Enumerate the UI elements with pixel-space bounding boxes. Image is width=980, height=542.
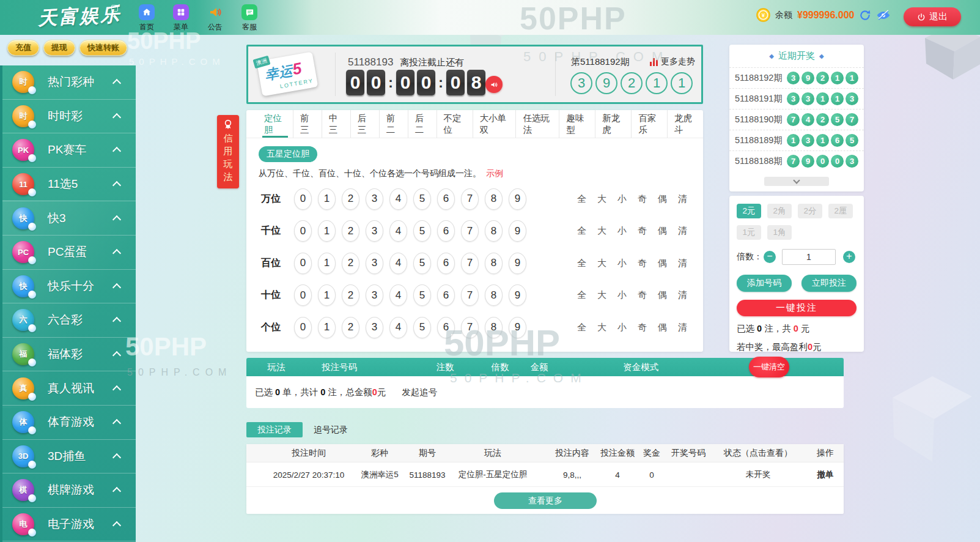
digit-ball-3[interactable]: 3 [366, 253, 383, 274]
quick-select-小[interactable]: 小 [617, 258, 627, 269]
unit-2厘[interactable]: 2厘 [828, 204, 853, 218]
digit-ball-9[interactable]: 9 [509, 253, 526, 274]
digit-ball-8[interactable]: 8 [485, 220, 503, 242]
quick-select-小[interactable]: 小 [617, 289, 627, 301]
tab-任选玩法[interactable]: 任选玩法 [516, 110, 559, 138]
view-more-button[interactable]: 查看更多 [494, 492, 597, 509]
digit-ball-2[interactable]: 2 [342, 317, 359, 338]
unit-1元[interactable]: 1元 [737, 225, 761, 240]
multiplier-increase-button[interactable]: + [843, 251, 855, 263]
digit-ball-3[interactable]: 3 [366, 284, 383, 306]
digit-ball-4[interactable]: 4 [389, 253, 407, 274]
quick-select-偶[interactable]: 偶 [658, 258, 667, 269]
digit-ball-4[interactable]: 4 [389, 220, 407, 242]
quick-select-偶[interactable]: 偶 [658, 225, 667, 237]
multiplier-decrease-button[interactable]: − [764, 251, 776, 263]
quick-select-全[interactable]: 全 [577, 322, 586, 333]
digit-ball-9[interactable]: 9 [509, 188, 526, 210]
logout-button[interactable]: 退出 [904, 7, 961, 26]
digit-ball-5[interactable]: 5 [413, 220, 431, 242]
quick-select-大[interactable]: 大 [597, 258, 606, 269]
quick-select-奇[interactable]: 奇 [638, 322, 647, 333]
quick-select-大[interactable]: 大 [597, 289, 606, 301]
records-tab-投注记录[interactable]: 投注记录 [246, 422, 303, 437]
sidebar-item-13[interactable]: 电电子游戏 [2, 508, 136, 542]
nav-menu[interactable]: 菜单 [168, 4, 194, 32]
digit-ball-7[interactable]: 7 [461, 284, 479, 306]
credit-play-tag[interactable]: 信用玩法 [217, 115, 239, 188]
bet-now-button[interactable]: 立即投注 [801, 275, 857, 292]
tab-后三[interactable]: 后三 [351, 110, 380, 138]
quick-select-奇[interactable]: 奇 [638, 225, 647, 237]
digit-ball-5[interactable]: 5 [413, 317, 431, 338]
digit-ball-1[interactable]: 1 [318, 317, 336, 338]
sidebar-item-7[interactable]: 六六合彩 [2, 303, 136, 338]
more-trends-link[interactable]: 更多走势 [650, 56, 695, 67]
quick-select-清[interactable]: 清 [678, 289, 687, 301]
refresh-icon[interactable] [859, 9, 871, 21]
sidebar-item-0[interactable]: 时热门彩种 [2, 65, 136, 100]
quick-select-偶[interactable]: 偶 [658, 193, 667, 205]
quick-select-偶[interactable]: 偶 [658, 322, 667, 333]
nav-announcement[interactable]: 公告 [202, 4, 229, 32]
digit-ball-0[interactable]: 0 [294, 317, 312, 338]
start-chase-link[interactable]: 发起追号 [402, 387, 437, 398]
quick-button-2[interactable]: 快速转账 [79, 40, 127, 56]
digit-ball-2[interactable]: 2 [342, 284, 359, 306]
digit-ball-6[interactable]: 6 [437, 253, 455, 274]
quick-select-大[interactable]: 大 [597, 322, 606, 333]
tab-大小单双[interactable]: 大小单双 [473, 110, 517, 138]
digit-ball-5[interactable]: 5 [413, 188, 431, 210]
digit-ball-7[interactable]: 7 [461, 317, 479, 338]
site-logo[interactable]: 天富娱乐 [37, 1, 122, 31]
digit-ball-9[interactable]: 9 [509, 284, 526, 306]
digit-ball-7[interactable]: 7 [461, 188, 479, 210]
quick-select-小[interactable]: 小 [617, 225, 627, 237]
digit-ball-1[interactable]: 1 [318, 188, 336, 210]
sidebar-item-1[interactable]: 时时时彩 [2, 100, 136, 134]
tab-中三[interactable]: 中三 [322, 110, 351, 138]
quick-select-偶[interactable]: 偶 [658, 289, 667, 301]
digit-ball-3[interactable]: 3 [366, 188, 383, 210]
sidebar-item-8[interactable]: 福福体彩 [2, 338, 136, 372]
sidebar-item-10[interactable]: 体体育游戏 [2, 406, 136, 440]
example-link[interactable]: 示例 [486, 168, 503, 178]
tab-趣味型[interactable]: 趣味型 [559, 110, 595, 138]
unit-1角[interactable]: 1角 [767, 225, 792, 240]
digit-ball-8[interactable]: 8 [485, 253, 503, 274]
tab-后二[interactable]: 后二 [408, 110, 437, 138]
tab-新龙虎[interactable]: 新龙虎 [595, 110, 632, 138]
digit-ball-3[interactable]: 3 [366, 317, 383, 338]
records-cell-9[interactable]: 撤单 [817, 462, 834, 487]
multiplier-input[interactable] [782, 249, 836, 265]
tab-不定位[interactable]: 不定位 [437, 110, 473, 138]
quick-select-奇[interactable]: 奇 [638, 193, 647, 205]
unit-2角[interactable]: 2角 [767, 204, 792, 218]
quick-select-清[interactable]: 清 [678, 225, 687, 237]
digit-ball-6[interactable]: 6 [437, 220, 455, 242]
digit-ball-9[interactable]: 9 [509, 317, 526, 338]
tab-龙虎斗[interactable]: 龙虎斗 [668, 110, 703, 138]
sidebar-item-5[interactable]: PCPC蛋蛋 [2, 236, 136, 270]
sidebar-item-6[interactable]: 快快乐十分 [2, 270, 136, 304]
digit-ball-5[interactable]: 5 [413, 253, 431, 274]
digit-ball-9[interactable]: 9 [509, 220, 526, 242]
tab-定位胆[interactable]: 定位胆 [257, 110, 293, 138]
digit-ball-7[interactable]: 7 [461, 220, 479, 242]
records-tab-追号记录[interactable]: 追号记录 [303, 422, 359, 437]
quick-button-1[interactable]: 提现 [43, 40, 75, 56]
quick-select-清[interactable]: 清 [678, 258, 687, 269]
quick-select-奇[interactable]: 奇 [638, 289, 647, 301]
add-numbers-button[interactable]: 添加号码 [737, 275, 792, 292]
digit-ball-8[interactable]: 8 [485, 284, 503, 306]
sidebar-item-2[interactable]: PKPK赛车 [2, 133, 136, 168]
clear-all-button[interactable]: 一键清空 [749, 357, 789, 377]
mode-pill[interactable]: 五星定位胆 [259, 146, 317, 162]
quick-select-清[interactable]: 清 [678, 322, 687, 333]
quick-select-奇[interactable]: 奇 [638, 258, 647, 269]
sidebar-item-4[interactable]: 快快3 [2, 201, 136, 236]
digit-ball-1[interactable]: 1 [318, 253, 336, 274]
sound-speaker-icon[interactable] [485, 76, 503, 93]
digit-ball-7[interactable]: 7 [461, 253, 479, 274]
quick-select-小[interactable]: 小 [617, 322, 627, 333]
